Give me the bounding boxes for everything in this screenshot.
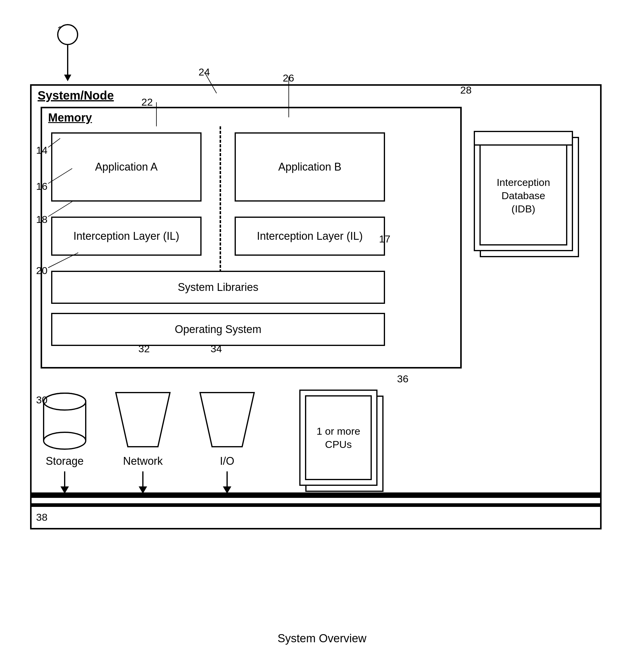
ref-28: 28 — [460, 84, 472, 96]
diagram: 10 12 System/Node Memory Application A A… — [30, 24, 614, 626]
app-b-box: Application B — [235, 132, 385, 202]
io-item: I/O — [197, 390, 257, 494]
cpu-label: 1 or moreCPUs — [317, 425, 360, 451]
io-trapezoid — [197, 390, 257, 450]
storage-arrow — [61, 471, 69, 494]
cpu-inner-border: 1 or moreCPUs — [305, 395, 372, 480]
ref-18: 18 — [36, 213, 48, 225]
storage-label: Storage — [46, 454, 84, 468]
cpu-front-outer: 1 or moreCPUs — [299, 390, 377, 486]
cpu-item: 1 or moreCPUs — [299, 390, 384, 492]
il-b-label: Interception Layer (IL) — [257, 229, 363, 243]
ref-26: 26 — [283, 72, 294, 84]
app-a-label: Application A — [95, 160, 158, 174]
memory-label: Memory — [48, 111, 92, 124]
network-label: Network — [123, 454, 163, 468]
ref-38: 38 — [36, 512, 48, 523]
ref-16: 16 — [36, 181, 48, 192]
network-trapezoid — [113, 390, 173, 450]
io-arrow — [223, 471, 231, 494]
os-box: Operating System — [51, 313, 385, 346]
system-node-box: System/Node Memory Application A Applica… — [30, 84, 602, 529]
dashed-divider — [220, 126, 221, 277]
arrow-line2 — [142, 471, 143, 486]
ref-17: 17 — [379, 233, 390, 245]
ref-32: 32 — [138, 343, 150, 355]
svg-marker-6 — [116, 392, 170, 447]
app-b-label: Application B — [278, 160, 341, 174]
memory-box: Memory Application A Application B Inter… — [41, 107, 462, 368]
sys-lib-box: System Libraries — [51, 271, 385, 304]
cpu-container: 1 or moreCPUs — [299, 390, 384, 492]
ref-24: 24 — [199, 66, 210, 78]
ref-22: 22 — [141, 96, 153, 108]
idb-container: InterceptionDatabase(IDB) — [474, 131, 573, 251]
network-item: Network — [113, 390, 173, 494]
svg-point-4 — [44, 432, 86, 449]
actor-arrow — [67, 45, 68, 75]
arrow-line3 — [227, 471, 228, 486]
ref-34: 34 — [211, 343, 222, 355]
os-label: Operating System — [175, 322, 261, 337]
il-a-box: Interception Layer (IL) — [51, 217, 202, 256]
hardware-section: Storage Network — [41, 390, 384, 494]
io-label: I/O — [220, 454, 234, 468]
ref-36: 36 — [397, 373, 409, 385]
app-a-box: Application A — [51, 132, 202, 202]
il-a-label: Interception Layer (IL) — [73, 229, 179, 243]
storage-item: Storage — [41, 390, 89, 494]
caption: System Overview — [0, 632, 644, 645]
actor-circle — [57, 24, 78, 45]
actor — [57, 24, 78, 75]
idb-label: InterceptionDatabase(IDB) — [490, 176, 556, 216]
sys-lib-label: System Libraries — [178, 280, 258, 295]
bus-line-2 — [31, 503, 600, 507]
ref-20: 20 — [36, 265, 48, 276]
network-arrow — [139, 471, 147, 494]
bus-line-1 — [31, 493, 600, 498]
idb-front-page: InterceptionDatabase(IDB) — [474, 131, 573, 251]
idb-tab — [475, 132, 572, 145]
svg-point-5 — [44, 393, 86, 410]
storage-cylinder — [41, 390, 89, 450]
svg-marker-7 — [200, 392, 254, 447]
ref-14: 14 — [36, 144, 48, 156]
arrow-line — [64, 471, 65, 486]
ref-30: 30 — [36, 394, 48, 406]
il-b-box: Interception Layer (IL) — [235, 217, 385, 256]
system-node-label: System/Node — [38, 89, 114, 102]
